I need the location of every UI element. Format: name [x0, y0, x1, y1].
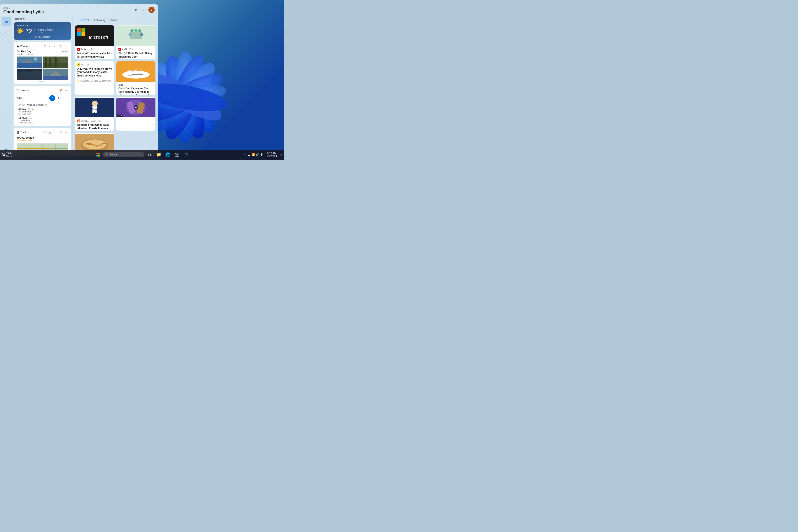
cal-day-today[interactable]: 7 — [49, 95, 55, 101]
news-card-qr[interactable]: C CNN · 20m The QR-Code Menu Is Being Sh… — [116, 25, 155, 59]
photo-dot — [39, 81, 40, 82]
file-explorer-button[interactable]: 📁 — [154, 150, 163, 159]
news-source-2: C CNN · 20m — [118, 48, 153, 51]
forbes-logo: F — [77, 48, 80, 51]
news-card-body-1: F Forbes · 15m Microsoft's market value … — [75, 46, 114, 59]
traffic-more-button[interactable]: ••• — [64, 130, 69, 135]
avatar[interactable]: L — [148, 7, 155, 13]
sidebar-item-news[interactable]: 📰 — [2, 27, 11, 36]
search-bar[interactable]: 🔍 Search — [103, 152, 145, 157]
news-card-microsoft[interactable]: Microsoft F Forbes · 15m Microsoft's mar… — [75, 25, 114, 59]
start-button[interactable] — [94, 150, 102, 159]
svg-point-50 — [92, 100, 98, 107]
svg-rect-16 — [45, 58, 47, 68]
photos-header-right: 11m ago ▱ ✎ ••• — [44, 44, 69, 49]
source-time-3: · 2m — [86, 63, 89, 66]
source-name-2: CNN — [122, 48, 127, 51]
battery-icon: 🔋 — [260, 153, 263, 156]
photos-widget: 📷 Photos 11m ago ▱ ✎ ••• — [14, 42, 71, 84]
cal-event-title-2: Lunch Sync — [19, 119, 64, 121]
system-tray-icons[interactable]: ^ ☁ 📶 🔊 🔋 — [242, 153, 264, 156]
news-content: Microsoft F Forbes · 15m Microsoft's mar… — [73, 23, 158, 156]
clock-area[interactable]: 9:28 AM 10/6/2024 — [265, 152, 279, 158]
cal-event-more-2[interactable]: ⋮ — [65, 108, 69, 111]
cal-event-info: All day Angela's Birthday 🎂 — [19, 103, 64, 106]
notification-button[interactable]: □ — [279, 151, 282, 158]
sidebar-item-widgets[interactable]: ⊞ — [2, 17, 11, 26]
news-feed: Discover Following Watch — [73, 16, 158, 156]
widgets-column: Widgets ••• Seattle, WA ☀️ 72 °F — [13, 16, 73, 156]
panel-header-icons: ↻ ⤴ L — [133, 7, 155, 13]
panel-greeting-area: April 7 Good morning Lydia — [3, 7, 44, 14]
calendar-widget-header: 🗓 Calendar 📌 ••• — [17, 88, 69, 93]
svg-point-13 — [34, 57, 37, 61]
video-play-button[interactable]: ▶ — [134, 105, 138, 110]
spotify-button[interactable]: 🎵 — [182, 150, 190, 159]
edge-button[interactable]: 🌐 — [164, 150, 172, 159]
news-card-nike[interactable]: Nike Catch 'em if you can. The Nike Vapo… — [116, 61, 155, 95]
desktop: April 7 Good morning Lydia ↻ ⤴ L ⊞ 📰 — [0, 0, 284, 159]
see-forecast-link[interactable]: See full forecast — [17, 36, 69, 38]
refresh-button[interactable]: ↻ — [133, 7, 139, 13]
tab-following[interactable]: Following — [92, 17, 108, 23]
weather-sun-icon: ☀️ — [17, 27, 24, 35]
news-card-video[interactable]: ▶ 0:59 — [116, 97, 155, 131]
calendar-pin-button[interactable]: 📌 — [58, 88, 63, 93]
cal-event-more[interactable]: ⋮ — [65, 103, 69, 107]
tab-discover[interactable]: Discover — [76, 17, 92, 23]
cal-event-info-3: 12:30 AM · 1h Lunch Sync Teams Meeting — [19, 117, 64, 124]
source-name-5: Bleacher Report — [81, 120, 96, 122]
task-view-button[interactable]: ⊟ — [145, 150, 154, 159]
share-button[interactable]: ⤴ — [140, 7, 147, 13]
cal-allday-label: All day — [19, 104, 25, 106]
comments-3: 32 comments — [99, 80, 112, 82]
traffic-time-ago: 11m ago — [44, 131, 52, 134]
cal-day-8[interactable]: 8 — [56, 95, 62, 101]
photo-item — [43, 57, 69, 68]
news-card-body-4: Nike Catch 'em if you can. The Nike Vapo… — [116, 82, 155, 95]
photos-more-button[interactable]: ••• — [64, 44, 69, 49]
calendar-title: 🗓 Calendar — [17, 89, 30, 92]
calendar-actions: 📌 ••• — [58, 88, 69, 93]
svg-rect-17 — [50, 58, 51, 68]
likes-3: 55 likes — [91, 80, 98, 82]
network-icon: 📶 — [251, 153, 255, 156]
chevron-up-icon: ^ — [243, 153, 247, 156]
traffic-loc-1-name: WA-99, Seattle — [17, 136, 69, 139]
traffic-action-2[interactable]: ✎ — [58, 130, 63, 135]
news-title-2: The QR-Code Menu Is Being Shown the Door — [118, 52, 153, 59]
task-view-icon: ⊟ — [148, 153, 151, 157]
news-card-body-3: V Vox · 2m A 12-year-old might've grown … — [75, 61, 114, 84]
cnn-logo: C — [118, 48, 121, 51]
taskbar-condition: Sunny — [6, 155, 12, 157]
weather-temp-area: 72 °F — [25, 28, 37, 35]
news-title-1: Microsoft's market value hits an all-tim… — [77, 52, 112, 59]
photos-time-ago: 11m ago — [44, 45, 52, 48]
photos-see-all[interactable]: See all — [62, 51, 69, 53]
photos-action-2[interactable]: ✎ — [58, 44, 63, 49]
calendar-more-button[interactable]: ••• — [64, 88, 69, 93]
camera-button[interactable]: 📷 — [173, 150, 181, 159]
news-card-dodgers[interactable]: Dodgers 76 BR Bleacher Report · 3m Dodge… — [75, 97, 114, 131]
source-time-1: · 15m — [88, 48, 94, 51]
traffic-action-1[interactable]: ▱ — [53, 130, 58, 135]
news-card-vox[interactable]: V Vox · 2m A 12-year-old might've grown … — [75, 61, 114, 95]
photo-item — [17, 57, 42, 68]
cal-event-subtitle-2: Teams Meeting — [19, 121, 64, 124]
svg-point-60 — [83, 139, 107, 149]
clock-date: 10/6/2024 — [267, 155, 277, 157]
photos-action-1[interactable]: ▱ — [53, 44, 58, 49]
taskbar-weather[interactable]: 🌤 78°F Sunny — [0, 151, 14, 158]
news-title-3: A 12-year-old might've grown your food. … — [77, 67, 112, 77]
cal-event-more-3[interactable]: ⋮ — [65, 117, 69, 120]
highlights-item-3: ⚡ Highlights — [77, 80, 90, 82]
comments-item-3: 32 comments — [99, 80, 112, 82]
tab-watch[interactable]: Watch — [108, 17, 120, 23]
weather-location: Seattle, WA — [17, 24, 69, 27]
svg-point-46 — [129, 33, 132, 36]
win-logo-cell-2 — [98, 153, 100, 154]
cal-event-allday: All day Angela's Birthday 🎂 ⋮ — [17, 103, 69, 107]
cal-day-9[interactable]: 9 — [62, 95, 69, 101]
notification-icon: □ — [280, 153, 281, 156]
news-card-body-2: C CNN · 20m The QR-Code Menu Is Being Sh… — [116, 46, 155, 59]
